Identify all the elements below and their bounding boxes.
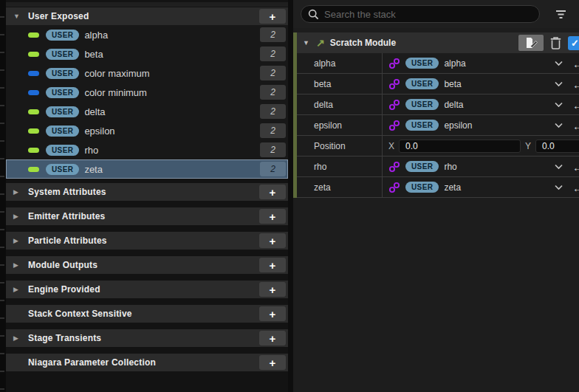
section-title: Module Outputs — [28, 260, 97, 270]
add-parameter-button[interactable]: + — [259, 209, 286, 224]
caret-right-icon: ▶ — [13, 334, 28, 342]
type-color-pill — [28, 32, 39, 38]
add-parameter-button[interactable]: + — [259, 258, 286, 272]
reference-count-badge: 2 — [260, 162, 286, 176]
reset-to-default-icon[interactable]: ← — [572, 181, 579, 193]
type-color-pill — [28, 90, 39, 95]
module-title: Scratch Module — [330, 38, 396, 48]
caret-right-icon: ▶ — [13, 213, 28, 220]
chevron-down-icon[interactable] — [555, 61, 563, 66]
reference-count-badge: 2 — [260, 66, 286, 80]
section-title: User Exposed — [28, 11, 89, 21]
section-title: Engine Provided — [28, 284, 100, 295]
parameter-item-color-minimum[interactable]: USER color minimum 2 — [6, 83, 288, 102]
linked-parameter-name: delta — [444, 100, 463, 110]
add-parameter-button[interactable]: + — [259, 185, 286, 199]
parameter-item-beta[interactable]: USER beta 2 — [6, 44, 288, 63]
link-icon — [388, 161, 400, 173]
stack-row-zeta: zeta USER zeta ← — [297, 177, 579, 198]
filter-icon[interactable] — [555, 10, 567, 19]
link-icon — [388, 78, 400, 90]
reference-count-badge: 2 — [260, 142, 286, 157]
chevron-down-icon[interactable] — [555, 164, 563, 169]
section-header-stack-context-sensitive[interactable]: Stack Context Sensitive + — [6, 305, 288, 323]
stack-row-epsilon: epsilon USER epsilon ← — [297, 115, 579, 136]
parameter-item-rho[interactable]: USER rho 2 — [6, 140, 288, 159]
parameter-item-alpha[interactable]: USER alpha 2 — [6, 25, 288, 44]
stack-row-position: Position X Y Z — [297, 136, 579, 157]
edit-scratch-pad-button[interactable] — [518, 35, 544, 51]
user-namespace-badge: USER — [405, 58, 439, 69]
section-title: Stage Transients — [28, 333, 101, 343]
parameter-item-color-maximum[interactable]: USER color maximum 2 — [6, 63, 288, 83]
reference-count-badge: 2 — [260, 47, 286, 61]
reset-to-default-icon[interactable]: ← — [572, 119, 579, 131]
user-namespace-badge: USER — [46, 125, 79, 137]
user-namespace-badge: USER — [405, 120, 439, 131]
linked-parameter-name: alpha — [444, 58, 465, 69]
position-x-field[interactable] — [399, 140, 521, 153]
user-namespace-badge: USER — [46, 49, 79, 60]
section-header-niagara-parameter-collection[interactable]: Niagara Parameter Collection + — [6, 354, 288, 371]
search-icon — [308, 9, 319, 20]
section-title: Particle Attributes — [28, 235, 107, 246]
user-namespace-badge: USER — [46, 30, 79, 41]
type-color-pill — [28, 71, 39, 76]
delete-module-icon[interactable] — [550, 37, 561, 49]
stack-search-row — [293, 0, 579, 28]
module-enabled-checkbox[interactable]: ✓ — [568, 36, 579, 50]
section-title: Stack Context Sensitive — [28, 309, 132, 319]
panel-divider — [288, 0, 293, 392]
scratch-module-header[interactable]: ▼ ↗ Scratch Module — [297, 32, 579, 53]
section-header-module-outputs[interactable]: ▶ Module Outputs + — [6, 256, 288, 274]
type-color-pill — [28, 167, 39, 172]
input-label: rho — [314, 162, 326, 172]
chevron-down-icon[interactable] — [555, 123, 563, 128]
section-header-engine-provided[interactable]: ▶ Engine Provided + — [6, 281, 288, 298]
section-header-user-exposed[interactable]: ▼ User Exposed + — [6, 7, 288, 25]
link-icon — [388, 58, 400, 69]
reference-count-badge: 2 — [260, 104, 286, 119]
section-header-system-attributes[interactable]: ▶ System Attributes + — [6, 183, 288, 201]
input-label: Position — [314, 141, 346, 151]
section-header-emitter-attributes[interactable]: ▶ Emitter Attributes + — [6, 207, 288, 225]
parameter-name: alpha — [84, 30, 108, 41]
reset-to-default-icon[interactable]: ← — [572, 160, 579, 173]
add-parameter-button[interactable]: + — [259, 9, 286, 24]
reference-count-badge: 2 — [260, 123, 286, 138]
parameter-item-delta[interactable]: USER delta 2 — [6, 102, 288, 121]
chevron-down-icon[interactable] — [555, 102, 563, 107]
reset-to-default-icon[interactable]: ← — [572, 78, 579, 90]
parameter-list: USER alpha 2 USER beta 2 USER color maxi… — [6, 25, 288, 179]
parameter-item-epsilon[interactable]: USER epsilon 2 — [6, 121, 288, 140]
add-parameter-button[interactable]: + — [259, 306, 286, 321]
add-parameter-button[interactable]: + — [259, 331, 286, 345]
search-input[interactable] — [324, 9, 532, 20]
linked-parameter-name: beta — [444, 79, 461, 89]
section-header-stage-transients[interactable]: ▶ Stage Transients + — [6, 329, 288, 347]
parameter-name: beta — [84, 49, 103, 60]
scratch-module-stack: ▼ ↗ Scratch Module — [293, 32, 579, 198]
reset-to-default-icon[interactable]: ← — [572, 98, 579, 111]
position-y-field[interactable] — [535, 140, 579, 153]
add-parameter-button[interactable]: + — [259, 355, 286, 370]
parameter-sections: ▶ System Attributes + ▶ Emitter Attribut… — [6, 183, 288, 371]
chevron-down-icon[interactable] — [555, 81, 563, 86]
type-color-pill — [28, 128, 39, 134]
stack-panel: ▼ ↗ Scratch Module — [293, 0, 579, 392]
niagara-parameters-view: ▼ User Exposed + USER alpha 2 USER beta … — [0, 0, 579, 392]
user-namespace-badge: USER — [46, 164, 79, 175]
add-parameter-button[interactable]: + — [259, 282, 286, 297]
section-header-particle-attributes[interactable]: ▶ Particle Attributes + — [6, 232, 288, 250]
caret-right-icon: ▶ — [13, 286, 28, 293]
parameter-item-zeta-selected[interactable]: USER zeta 2 — [6, 159, 288, 179]
parameter-name: zeta — [84, 164, 103, 175]
chevron-down-icon[interactable] — [555, 185, 563, 190]
caret-right-icon: ▶ — [13, 188, 28, 196]
reset-to-default-icon[interactable]: ← — [572, 57, 579, 69]
left-edge-ruler — [0, 0, 6, 392]
link-icon — [388, 182, 400, 193]
add-parameter-button[interactable]: + — [259, 233, 286, 248]
reference-count-badge: 2 — [260, 27, 286, 42]
stack-search[interactable] — [301, 5, 540, 23]
